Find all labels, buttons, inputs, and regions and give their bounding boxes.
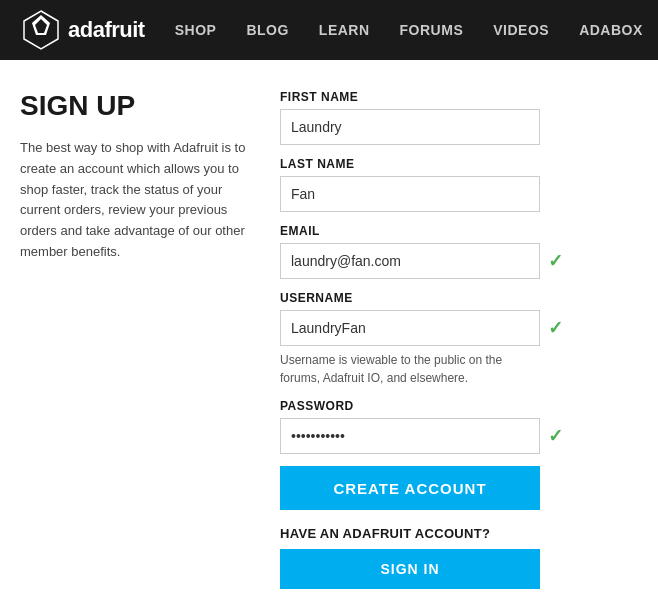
logo-text: adafruit [68,17,145,43]
first-name-input[interactable] [280,109,540,145]
sign-in-button[interactable]: SIGN IN [280,549,540,589]
username-valid-icon: ✓ [548,317,563,339]
username-hint: Username is viewable to the public on th… [280,351,540,387]
logo-area[interactable]: adafruit [20,9,145,51]
page-description: The best way to shop with Adafruit is to… [20,138,250,263]
email-group: EMAIL ✓ [280,224,638,279]
email-input[interactable] [280,243,540,279]
username-group: USERNAME ✓ Username is viewable to the p… [280,291,638,387]
username-input[interactable] [280,310,540,346]
first-name-label: FIRST NAME [280,90,638,104]
nav-shop[interactable]: SHOP [175,22,217,38]
first-name-row [280,109,638,145]
password-input[interactable] [280,418,540,454]
nav-blog[interactable]: BLOG [246,22,288,38]
password-row: ✓ [280,418,638,454]
main-content: SIGN UP The best way to shop with Adafru… [0,60,658,600]
username-row: ✓ [280,310,638,346]
page-title: SIGN UP [20,90,250,122]
signup-form: FIRST NAME LAST NAME EMAIL ✓ USERNAME [280,90,638,589]
username-label: USERNAME [280,291,638,305]
have-account-text: HAVE AN ADAFRUIT ACCOUNT? [280,526,638,541]
password-group: PASSWORD ✓ [280,399,638,454]
last-name-row [280,176,638,212]
password-valid-icon: ✓ [548,425,563,447]
last-name-input[interactable] [280,176,540,212]
password-label: PASSWORD [280,399,638,413]
nav-learn[interactable]: LEARN [319,22,370,38]
adafruit-logo-icon [20,9,62,51]
create-account-button[interactable]: CREATE ACCOUNT [280,466,540,510]
first-name-group: FIRST NAME [280,90,638,145]
main-nav: SHOP BLOG LEARN FORUMS VIDEOS ADABOX [175,22,643,38]
nav-forums[interactable]: FORUMS [400,22,464,38]
left-panel: SIGN UP The best way to shop with Adafru… [20,90,280,589]
nav-videos[interactable]: VIDEOS [493,22,549,38]
last-name-label: LAST NAME [280,157,638,171]
email-valid-icon: ✓ [548,250,563,272]
last-name-group: LAST NAME [280,157,638,212]
email-row: ✓ [280,243,638,279]
email-label: EMAIL [280,224,638,238]
nav-adabox[interactable]: ADABOX [579,22,643,38]
header: adafruit SHOP BLOG LEARN FORUMS VIDEOS A… [0,0,658,60]
